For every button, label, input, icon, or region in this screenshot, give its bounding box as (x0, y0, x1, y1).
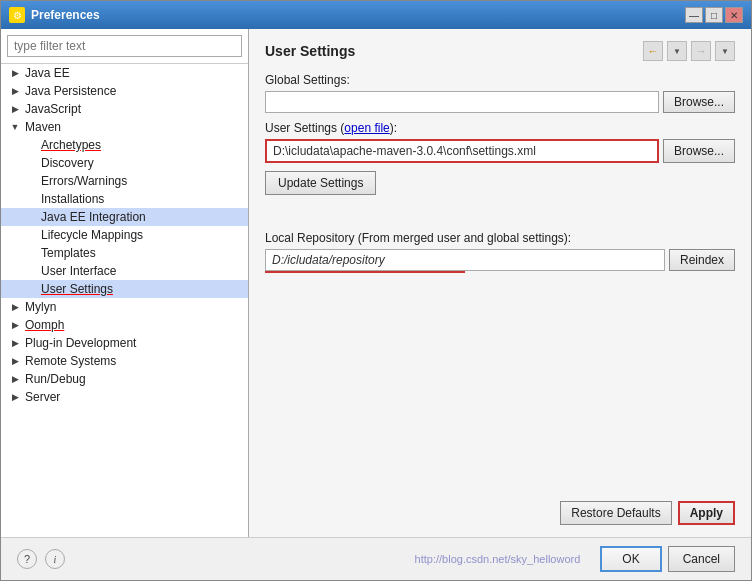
update-settings-button[interactable]: Update Settings (265, 171, 376, 195)
back-dropdown-button[interactable]: ▼ (667, 41, 687, 61)
tree-item-label: Archetypes (41, 138, 101, 152)
chevron-icon: ▶ (9, 337, 21, 349)
title-bar-left: ⚙ Preferences (9, 7, 100, 23)
footer-left: ? i (17, 549, 65, 569)
repo-underline (265, 271, 465, 273)
tree-item-java-persistence[interactable]: ▶ Java Persistence (1, 82, 248, 100)
tree-item-label: Java EE Integration (41, 210, 146, 224)
user-settings-browse-button[interactable]: Browse... (663, 139, 735, 163)
user-settings-label: User Settings (open file): (265, 121, 735, 135)
close-button[interactable]: ✕ (725, 7, 743, 23)
tree-item-user-interface[interactable]: User Interface (1, 262, 248, 280)
tree-item-label: Errors/Warnings (41, 174, 127, 188)
ok-button[interactable]: OK (600, 546, 661, 572)
tree-item-label: Installations (41, 192, 104, 206)
tree-item-plugin-development[interactable]: ▶ Plug-in Development (1, 334, 248, 352)
user-settings-input[interactable] (265, 139, 659, 163)
chevron-icon: ▶ (9, 355, 21, 367)
title-bar: ⚙ Preferences — □ ✕ (1, 1, 751, 29)
left-panel: ▶ Java EE ▶ Java Persistence ▶ JavaScrip… (1, 29, 249, 537)
tree-item-java-ee[interactable]: ▶ Java EE (1, 64, 248, 82)
bottom-buttons: Restore Defaults Apply (265, 493, 735, 525)
watermark: http://blog.csdn.net/sky_helloword (65, 553, 600, 565)
tree-item-installations[interactable]: Installations (1, 190, 248, 208)
nav-icons: ← ▼ → ▼ (643, 41, 735, 61)
tree-item-label: Java EE (25, 66, 70, 80)
tree-item-server[interactable]: ▶ Server (1, 388, 248, 406)
title-bar-buttons: — □ ✕ (685, 7, 743, 23)
tree-item-java-ee-integration[interactable]: Java EE Integration (1, 208, 248, 226)
chevron-icon: ▶ (9, 103, 21, 115)
local-repo-label: Local Repository (From merged user and g… (265, 231, 735, 245)
tree-item-label: Mylyn (25, 300, 56, 314)
spacer (25, 193, 37, 205)
tree-item-label: User Interface (41, 264, 116, 278)
filter-input[interactable] (7, 35, 242, 57)
chevron-expand-icon: ▼ (9, 121, 21, 133)
right-panel: User Settings ← ▼ → ▼ Global Settings: B… (249, 29, 751, 537)
tree-item-errors-warnings[interactable]: Errors/Warnings (1, 172, 248, 190)
chevron-icon: ▶ (9, 373, 21, 385)
filter-box (1, 29, 248, 64)
spacer (25, 247, 37, 259)
tree-item-run-debug[interactable]: ▶ Run/Debug (1, 370, 248, 388)
back-button[interactable]: ← (643, 41, 663, 61)
user-settings-label-end: ): (390, 121, 397, 135)
user-settings-row: Browse... (265, 139, 735, 163)
tree-item-label: Oomph (25, 318, 64, 332)
tree-item-label: Lifecycle Mappings (41, 228, 143, 242)
footer: ? i http://blog.csdn.net/sky_helloword O… (1, 537, 751, 580)
spacer (25, 157, 37, 169)
tree-item-remote-systems[interactable]: ▶ Remote Systems (1, 352, 248, 370)
local-repo-input[interactable] (265, 249, 665, 271)
global-settings-browse-button[interactable]: Browse... (663, 91, 735, 113)
cancel-button[interactable]: Cancel (668, 546, 735, 572)
reindex-button[interactable]: Reindex (669, 249, 735, 271)
minimize-button[interactable]: — (685, 7, 703, 23)
footer-right: OK Cancel (600, 546, 735, 572)
tree-item-label: Remote Systems (25, 354, 116, 368)
spacer (25, 139, 37, 151)
apply-button[interactable]: Apply (678, 501, 735, 525)
window-title: Preferences (31, 8, 100, 22)
tree-item-label: Run/Debug (25, 372, 86, 386)
panel-title: User Settings (265, 43, 355, 59)
right-panel-header: User Settings ← ▼ → ▼ (265, 41, 735, 61)
chevron-icon: ▶ (9, 391, 21, 403)
tree-item-label: Templates (41, 246, 96, 260)
tree-item-discovery[interactable]: Discovery (1, 154, 248, 172)
global-settings-row: Browse... (265, 91, 735, 113)
tree-item-mylyn[interactable]: ▶ Mylyn (1, 298, 248, 316)
window-icon: ⚙ (9, 7, 25, 23)
global-settings-input[interactable] (265, 91, 659, 113)
maximize-button[interactable]: □ (705, 7, 723, 23)
tree-item-label: User Settings (41, 282, 113, 296)
tree-item-javascript[interactable]: ▶ JavaScript (1, 100, 248, 118)
local-repo-row: Reindex (265, 249, 735, 271)
tree-item-templates[interactable]: Templates (1, 244, 248, 262)
tree-item-label: Plug-in Development (25, 336, 136, 350)
tree-item-label: Server (25, 390, 60, 404)
tree-item-maven[interactable]: ▼ Maven (1, 118, 248, 136)
chevron-icon: ▶ (9, 301, 21, 313)
forward-button[interactable]: → (691, 41, 711, 61)
help-icon[interactable]: ? (17, 549, 37, 569)
spacer (25, 229, 37, 241)
user-settings-label-text: User Settings ( (265, 121, 344, 135)
info-icon[interactable]: i (45, 549, 65, 569)
spacer (25, 265, 37, 277)
tree-scroll-container: ▶ Java EE ▶ Java Persistence ▶ JavaScrip… (1, 64, 248, 537)
tree-area: ▶ Java EE ▶ Java Persistence ▶ JavaScrip… (1, 64, 248, 537)
local-repo-section: Local Repository (From merged user and g… (265, 231, 735, 281)
chevron-icon: ▶ (9, 67, 21, 79)
tree-item-lifecycle-mappings[interactable]: Lifecycle Mappings (1, 226, 248, 244)
forward-dropdown-button[interactable]: ▼ (715, 41, 735, 61)
global-settings-label: Global Settings: (265, 73, 735, 87)
tree-item-oomph[interactable]: ▶ Oomph (1, 316, 248, 334)
tree-item-label: JavaScript (25, 102, 81, 116)
spacer (25, 211, 37, 223)
restore-defaults-button[interactable]: Restore Defaults (560, 501, 671, 525)
tree-item-user-settings[interactable]: User Settings (1, 280, 248, 298)
tree-item-archetypes[interactable]: Archetypes (1, 136, 248, 154)
open-file-link[interactable]: open file (344, 121, 389, 135)
